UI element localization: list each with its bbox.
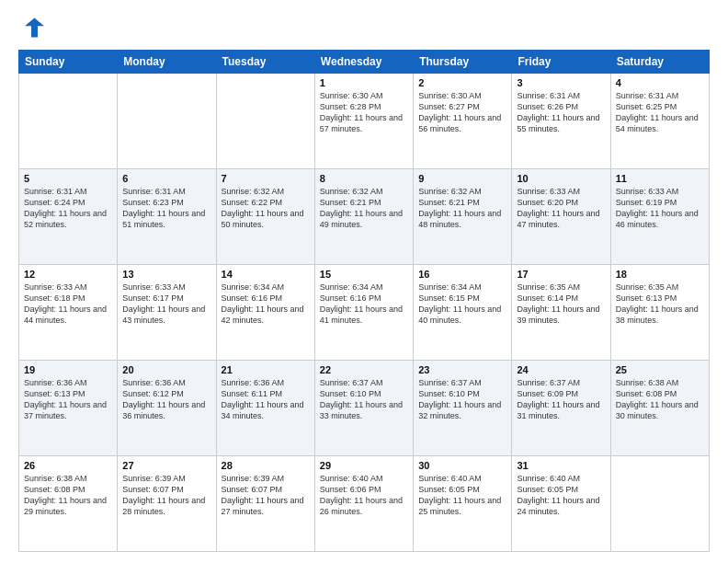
cell-info: Sunrise: 6:35 AM Sunset: 6:13 PM Dayligh…: [616, 282, 704, 327]
calendar-cell: 15Sunrise: 6:34 AM Sunset: 6:16 PM Dayli…: [314, 265, 413, 361]
calendar-week-row: 1Sunrise: 6:30 AM Sunset: 6:28 PM Daylig…: [19, 74, 710, 169]
day-number: 25: [616, 364, 704, 375]
calendar-cell: 22Sunrise: 6:37 AM Sunset: 6:10 PM Dayli…: [314, 361, 413, 456]
calendar-cell: 9Sunrise: 6:32 AM Sunset: 6:21 PM Daylig…: [414, 169, 512, 265]
cell-info: Sunrise: 6:40 AM Sunset: 6:05 PM Dayligh…: [418, 473, 506, 518]
day-number: 23: [418, 364, 506, 375]
cell-info: Sunrise: 6:38 AM Sunset: 6:08 PM Dayligh…: [616, 377, 704, 422]
day-number: 2: [418, 77, 506, 88]
cell-info: Sunrise: 6:34 AM Sunset: 6:16 PM Dayligh…: [222, 282, 310, 327]
cell-info: Sunrise: 6:40 AM Sunset: 6:05 PM Dayligh…: [517, 473, 605, 518]
day-number: 15: [320, 269, 408, 280]
cell-info: Sunrise: 6:33 AM Sunset: 6:20 PM Dayligh…: [517, 186, 605, 231]
day-number: 6: [122, 173, 210, 184]
calendar-cell: 2Sunrise: 6:30 AM Sunset: 6:27 PM Daylig…: [414, 74, 512, 169]
calendar-header-row: SundayMondayTuesdayWednesdayThursdayFrid…: [19, 51, 710, 74]
day-number: 5: [24, 173, 112, 184]
calendar-cell: [19, 74, 118, 169]
day-number: 14: [222, 269, 310, 280]
day-number: 9: [418, 173, 506, 184]
day-number: 22: [320, 364, 408, 375]
col-header-monday: Monday: [118, 51, 216, 74]
calendar-cell: 21Sunrise: 6:36 AM Sunset: 6:11 PM Dayli…: [216, 361, 314, 456]
day-number: 31: [517, 460, 605, 471]
day-number: 16: [418, 269, 506, 280]
calendar-cell: 31Sunrise: 6:40 AM Sunset: 6:05 PM Dayli…: [512, 456, 610, 552]
calendar-cell: 24Sunrise: 6:37 AM Sunset: 6:09 PM Dayli…: [512, 361, 610, 456]
cell-info: Sunrise: 6:37 AM Sunset: 6:10 PM Dayligh…: [418, 377, 506, 422]
calendar: SundayMondayTuesdayWednesdayThursdayFrid…: [18, 50, 710, 552]
day-number: 1: [320, 77, 408, 88]
day-number: 26: [24, 460, 112, 471]
day-number: 21: [222, 364, 310, 375]
day-number: 13: [122, 269, 210, 280]
calendar-cell: 25Sunrise: 6:38 AM Sunset: 6:08 PM Dayli…: [610, 361, 709, 456]
day-number: 8: [320, 173, 408, 184]
cell-info: Sunrise: 6:36 AM Sunset: 6:11 PM Dayligh…: [222, 377, 310, 422]
day-number: 7: [222, 173, 310, 184]
calendar-cell: 6Sunrise: 6:31 AM Sunset: 6:23 PM Daylig…: [118, 169, 216, 265]
cell-info: Sunrise: 6:33 AM Sunset: 6:17 PM Dayligh…: [122, 282, 210, 327]
cell-info: Sunrise: 6:39 AM Sunset: 6:07 PM Dayligh…: [122, 473, 210, 518]
header: [18, 15, 710, 40]
day-number: 20: [122, 364, 210, 375]
cell-info: Sunrise: 6:37 AM Sunset: 6:10 PM Dayligh…: [320, 377, 408, 422]
cell-info: Sunrise: 6:36 AM Sunset: 6:13 PM Dayligh…: [24, 377, 112, 422]
calendar-cell: 14Sunrise: 6:34 AM Sunset: 6:16 PM Dayli…: [216, 265, 314, 361]
cell-info: Sunrise: 6:33 AM Sunset: 6:18 PM Dayligh…: [24, 282, 112, 327]
calendar-cell: 28Sunrise: 6:39 AM Sunset: 6:07 PM Dayli…: [216, 456, 314, 552]
calendar-cell: [610, 456, 709, 552]
calendar-cell: 8Sunrise: 6:32 AM Sunset: 6:21 PM Daylig…: [314, 169, 413, 265]
day-number: 3: [517, 77, 605, 88]
cell-info: Sunrise: 6:40 AM Sunset: 6:06 PM Dayligh…: [320, 473, 408, 518]
cell-info: Sunrise: 6:39 AM Sunset: 6:07 PM Dayligh…: [222, 473, 310, 518]
calendar-cell: [216, 74, 314, 169]
cell-info: Sunrise: 6:30 AM Sunset: 6:27 PM Dayligh…: [418, 90, 506, 135]
day-number: 30: [418, 460, 506, 471]
cell-info: Sunrise: 6:38 AM Sunset: 6:08 PM Dayligh…: [24, 473, 112, 518]
cell-info: Sunrise: 6:33 AM Sunset: 6:19 PM Dayligh…: [616, 186, 704, 231]
svg-marker-1: [25, 18, 44, 38]
cell-info: Sunrise: 6:31 AM Sunset: 6:24 PM Dayligh…: [24, 186, 112, 231]
calendar-cell: 20Sunrise: 6:36 AM Sunset: 6:12 PM Dayli…: [118, 361, 216, 456]
calendar-cell: 4Sunrise: 6:31 AM Sunset: 6:25 PM Daylig…: [610, 74, 709, 169]
calendar-cell: 16Sunrise: 6:34 AM Sunset: 6:15 PM Dayli…: [414, 265, 512, 361]
day-number: 11: [616, 173, 704, 184]
calendar-week-row: 12Sunrise: 6:33 AM Sunset: 6:18 PM Dayli…: [19, 265, 710, 361]
cell-info: Sunrise: 6:31 AM Sunset: 6:25 PM Dayligh…: [616, 90, 704, 135]
calendar-cell: 29Sunrise: 6:40 AM Sunset: 6:06 PM Dayli…: [314, 456, 413, 552]
calendar-cell: 12Sunrise: 6:33 AM Sunset: 6:18 PM Dayli…: [19, 265, 118, 361]
calendar-week-row: 19Sunrise: 6:36 AM Sunset: 6:13 PM Dayli…: [19, 361, 710, 456]
calendar-cell: 30Sunrise: 6:40 AM Sunset: 6:05 PM Dayli…: [414, 456, 512, 552]
cell-info: Sunrise: 6:32 AM Sunset: 6:22 PM Dayligh…: [222, 186, 310, 231]
col-header-friday: Friday: [512, 51, 610, 74]
cell-info: Sunrise: 6:37 AM Sunset: 6:09 PM Dayligh…: [517, 377, 605, 422]
logo-icon: [18, 15, 44, 40]
day-number: 29: [320, 460, 408, 471]
col-header-thursday: Thursday: [414, 51, 512, 74]
cell-info: Sunrise: 6:34 AM Sunset: 6:15 PM Dayligh…: [418, 282, 506, 327]
cell-info: Sunrise: 6:30 AM Sunset: 6:28 PM Dayligh…: [320, 90, 408, 135]
cell-info: Sunrise: 6:32 AM Sunset: 6:21 PM Dayligh…: [418, 186, 506, 231]
col-header-wednesday: Wednesday: [314, 51, 413, 74]
calendar-cell: 5Sunrise: 6:31 AM Sunset: 6:24 PM Daylig…: [19, 169, 118, 265]
cell-info: Sunrise: 6:35 AM Sunset: 6:14 PM Dayligh…: [517, 282, 605, 327]
day-number: 28: [222, 460, 310, 471]
calendar-cell: 13Sunrise: 6:33 AM Sunset: 6:17 PM Dayli…: [118, 265, 216, 361]
cell-info: Sunrise: 6:31 AM Sunset: 6:26 PM Dayligh…: [517, 90, 605, 135]
day-number: 27: [122, 460, 210, 471]
logo: [18, 15, 48, 40]
calendar-cell: 17Sunrise: 6:35 AM Sunset: 6:14 PM Dayli…: [512, 265, 610, 361]
calendar-cell: 18Sunrise: 6:35 AM Sunset: 6:13 PM Dayli…: [610, 265, 709, 361]
day-number: 19: [24, 364, 112, 375]
cell-info: Sunrise: 6:32 AM Sunset: 6:21 PM Dayligh…: [320, 186, 408, 231]
calendar-week-row: 5Sunrise: 6:31 AM Sunset: 6:24 PM Daylig…: [19, 169, 710, 265]
calendar-cell: 3Sunrise: 6:31 AM Sunset: 6:26 PM Daylig…: [512, 74, 610, 169]
day-number: 18: [616, 269, 704, 280]
calendar-cell: 26Sunrise: 6:38 AM Sunset: 6:08 PM Dayli…: [19, 456, 118, 552]
cell-info: Sunrise: 6:36 AM Sunset: 6:12 PM Dayligh…: [122, 377, 210, 422]
col-header-tuesday: Tuesday: [216, 51, 314, 74]
calendar-cell: 19Sunrise: 6:36 AM Sunset: 6:13 PM Dayli…: [19, 361, 118, 456]
col-header-sunday: Sunday: [19, 51, 118, 74]
calendar-cell: 23Sunrise: 6:37 AM Sunset: 6:10 PM Dayli…: [414, 361, 512, 456]
